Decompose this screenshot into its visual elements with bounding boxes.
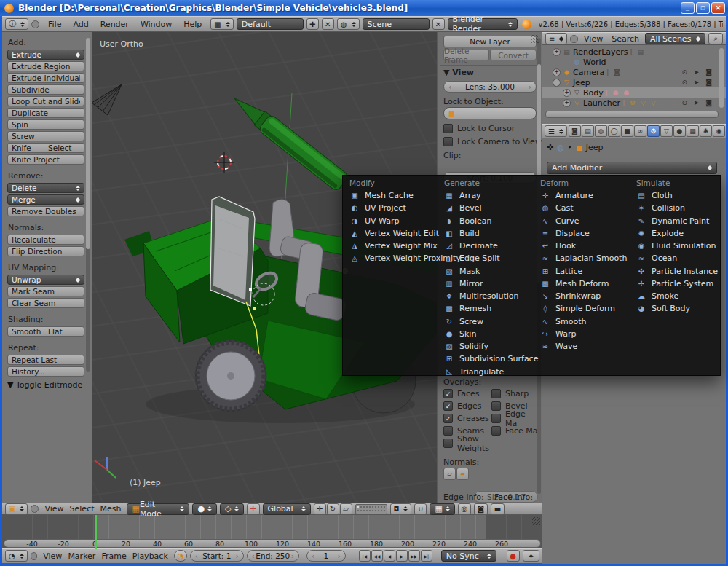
modifier-menu-item[interactable]: ◕Soft Body	[636, 302, 721, 315]
snap-magnet-icon[interactable]: ∪	[414, 503, 427, 515]
tool-button[interactable]: Loop Cut and Slide	[7, 96, 84, 106]
modifier-menu-item[interactable]: ◉Fluid Simulation	[636, 240, 721, 252]
modifier-menu-item[interactable]: ⊞Subdivision Surface	[444, 353, 534, 365]
modifier-menu-item[interactable]: ✺Explode	[636, 227, 721, 240]
properties-tab-icon[interactable]: ■	[621, 125, 633, 137]
display-filter-dropdown[interactable]: All Scenes	[645, 33, 705, 44]
outliner-search-menu[interactable]: Search	[609, 34, 642, 44]
menu-item[interactable]: Marker	[65, 551, 98, 561]
outliner-row[interactable]: − ▽ Jeep ⊙ ➤ ◙	[542, 77, 726, 87]
view-panel-header[interactable]: ▼ View	[443, 68, 474, 77]
delete-scene-button[interactable]: ✕	[432, 18, 445, 30]
overlay-checkbox[interactable]: Edges	[443, 400, 491, 412]
menu-item[interactable]: View	[40, 551, 65, 561]
modifier-menu-item[interactable]: ≡Displace	[540, 227, 630, 240]
screen-layout-field[interactable]: Default	[237, 18, 304, 30]
lock-camera-checkbox[interactable]: Lock Camera to View	[443, 137, 542, 146]
opengl-render-still-button[interactable]: ◙	[474, 503, 488, 515]
tool-button[interactable]: History...	[7, 366, 84, 377]
playback-button[interactable]: ◀◀	[371, 550, 383, 562]
add-modifier-dropdown[interactable]: Add Modifier	[547, 162, 717, 174]
expand-toggle-icon[interactable]: +	[553, 48, 561, 56]
lock-object-field[interactable]: ■	[443, 107, 537, 119]
outliner-horizontal-scrollbar[interactable]	[545, 111, 719, 118]
overlay-checkbox[interactable]: Show Weights	[443, 437, 491, 449]
modifier-menu-item[interactable]: ↻Screw	[444, 315, 534, 328]
outliner-vertical-scrollbar[interactable]	[719, 48, 724, 108]
modifier-menu-item[interactable]: ↪Warp	[540, 328, 630, 340]
manipulator-toggle-icon[interactable]: ✛	[314, 503, 326, 515]
overlay-checkbox[interactable]: Edge Ma	[491, 412, 538, 425]
header-collapse-button[interactable]	[31, 20, 39, 28]
menu-item[interactable]: Window	[135, 20, 178, 29]
add-layout-button[interactable]: ✚	[306, 18, 319, 30]
restriction-icons[interactable]: ⊙ ➤ ◙	[681, 79, 714, 86]
overlay-checkbox[interactable]: Sharp	[491, 388, 538, 400]
scene-icon[interactable]: ◍	[557, 143, 564, 152]
menu-item[interactable]: Frame	[98, 551, 129, 561]
expand-toggle-icon[interactable]: +	[563, 89, 571, 97]
modifier-menu-item[interactable]: ▩Remesh	[444, 302, 534, 315]
auto-keyframe-toggle[interactable]: ◔	[174, 550, 187, 562]
playback-button[interactable]: ▶	[396, 550, 408, 562]
modifier-menu-item[interactable]: ◫Edge Split	[444, 252, 534, 264]
properties-tab-icon[interactable]: ◯	[608, 125, 620, 137]
sync-mode-dropdown[interactable]: No Sync	[441, 550, 496, 562]
modifier-menu-item[interactable]: ▥Mirror	[444, 278, 534, 290]
tool-button[interactable]: Extrude Region	[7, 61, 84, 71]
editor-type-dropdown[interactable]: ◔	[5, 550, 28, 562]
lock-to-cursor-checkbox[interactable]: Lock to Cursor	[443, 124, 515, 133]
modifier-menu-item[interactable]: ≋Wave	[540, 340, 630, 353]
editor-type-dropdown[interactable]: ⓘ	[5, 18, 28, 30]
menu-item[interactable]: File	[42, 20, 67, 29]
modifier-menu-item[interactable]: ↩Hook	[540, 240, 630, 252]
editor-type-dropdown[interactable]: ☰	[545, 125, 567, 137]
modifier-menu-item[interactable]: ❖Multiresolution	[444, 290, 534, 302]
modifier-menu-item[interactable]: ⊞Lattice	[540, 265, 630, 278]
tool-button[interactable]: Knife Project	[7, 154, 84, 165]
modifier-menu-item[interactable]: ≈Laplacian Smooth	[540, 252, 630, 264]
menu-item[interactable]: Help	[178, 20, 207, 29]
header-collapse-button[interactable]	[31, 505, 39, 513]
scene-browse-button[interactable]: ◍	[337, 18, 360, 30]
manipulator-axis-icon[interactable]: ✛	[247, 503, 260, 515]
render-engine-dropdown[interactable]: Blender Render	[448, 18, 518, 30]
modifier-menu-item[interactable]: ◗Boolean	[444, 215, 534, 227]
face-normals-toggle[interactable]: ▰	[456, 468, 469, 480]
tool-button[interactable]: Screw	[7, 131, 84, 141]
tool-shelf-scrollbar[interactable]	[86, 38, 90, 372]
tool-button[interactable]: Extrude	[7, 50, 84, 60]
modifier-menu-item[interactable]: ∿Smooth	[540, 315, 630, 328]
tool-button[interactable]: Mark Seam	[7, 286, 84, 296]
vertex-normals-toggle[interactable]: ▱	[443, 468, 456, 480]
maximize-button[interactable]: □	[696, 2, 710, 14]
menu-item[interactable]: Mesh	[98, 504, 124, 514]
outliner-row[interactable]: + ▽ Body | ● ●	[542, 87, 726, 98]
modifier-menu-item[interactable]: ∿Curve	[540, 215, 630, 227]
delete-layout-button[interactable]: ✕	[322, 18, 334, 30]
tool-button[interactable]: Spin	[7, 119, 84, 130]
modifier-menu-item[interactable]: ◢Bevel	[444, 202, 534, 214]
modifier-menu-item[interactable]: ◭Vertex Weight Edit	[349, 227, 438, 240]
lock-to-scene-dropdown[interactable]: ◘	[390, 503, 412, 515]
playback-button[interactable]: ▶▶	[408, 550, 420, 562]
playback-button[interactable]: ◀	[384, 550, 395, 562]
outliner-row[interactable]: ◍ World	[542, 57, 726, 67]
opengl-render-anim-button[interactable]: ▬	[491, 503, 505, 515]
modifier-menu-item[interactable]: ◍Cast	[540, 202, 630, 214]
layers-widget[interactable]	[355, 504, 387, 514]
overlay-checkbox[interactable]: Faces	[443, 388, 491, 400]
modifier-menu-item[interactable]: ▩Mesh Deform	[540, 278, 630, 290]
transform-orientation-dropdown[interactable]: Global	[263, 503, 311, 515]
properties-tab-icon[interactable]: ▤	[582, 125, 594, 137]
tool-button[interactable]: Merge	[7, 194, 84, 205]
tool-button[interactable]: SmoothFlat	[7, 326, 84, 337]
modifier-menu-item[interactable]: ◑UV Warp	[349, 215, 438, 227]
menu-item[interactable]: Select	[67, 504, 98, 514]
tool-button[interactable]: Repeat Last	[7, 355, 84, 365]
header-collapse-button[interactable]	[31, 552, 38, 560]
playback-button[interactable]: |◀	[359, 550, 371, 562]
pin-icon[interactable]: ✜	[547, 143, 553, 152]
delete-frame-button[interactable]: Delete Frame	[443, 50, 489, 60]
outliner-row[interactable]: + ◆ Camera | ◙ ⊙ ➤ ◙	[542, 67, 726, 77]
